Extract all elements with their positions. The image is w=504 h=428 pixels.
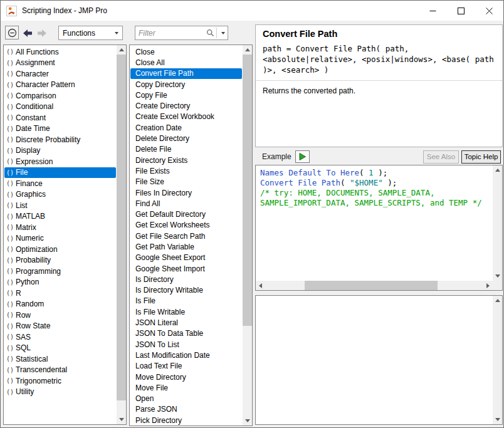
category-item-constant[interactable]: ()Constant: [4, 112, 116, 123]
scrollbar-track[interactable]: [493, 175, 502, 271]
function-item-file-size[interactable]: File Size: [130, 177, 242, 187]
function-item-google-sheet-import[interactable]: Google Sheet Import: [130, 263, 242, 274]
category-item-conditional[interactable]: ()Conditional: [4, 102, 116, 113]
scrollbar-thumb[interactable]: [243, 55, 252, 326]
function-item-move-directory[interactable]: Move Directory: [130, 372, 242, 382]
category-item-row-state[interactable]: ()Row State: [4, 321, 116, 332]
output-scrollbar[interactable]: [493, 296, 502, 424]
function-item-get-file-search-path[interactable]: Get File Search Path: [130, 231, 242, 241]
scrollbar-track[interactable]: [265, 281, 483, 290]
function-item-move-file[interactable]: Move File: [130, 382, 242, 393]
function-item-copy-file[interactable]: Copy File: [130, 90, 242, 100]
function-item-json-literal[interactable]: JSON Literal: [130, 317, 242, 328]
category-item-file[interactable]: ()File: [4, 167, 116, 179]
forward-button[interactable]: [36, 27, 48, 39]
category-item-sql[interactable]: ()SQL: [4, 343, 116, 354]
category-item-display[interactable]: ()Display: [4, 145, 116, 157]
collapse-button[interactable]: [5, 26, 19, 39]
function-item-last-modification-date[interactable]: Last Modification Date: [130, 350, 242, 360]
category-item-random[interactable]: ()Random: [4, 299, 116, 310]
category-item-character-pattern[interactable]: ()Character Pattern: [4, 80, 116, 91]
scrollbar-track[interactable]: [243, 55, 252, 416]
maximize-button[interactable]: [447, 1, 475, 21]
function-item-load-text-file[interactable]: Load Text File: [130, 361, 242, 372]
category-item-optimization[interactable]: ()Optimization: [4, 244, 116, 255]
scrollbar-track[interactable]: [117, 55, 126, 415]
function-item-directory-exists[interactable]: Directory Exists: [130, 155, 242, 165]
category-item-all-functions[interactable]: ()All Functions: [4, 46, 116, 58]
function-item-get-excel-worksheets[interactable]: Get Excel Worksheets: [130, 220, 242, 231]
category-item-row[interactable]: ()Row: [4, 310, 116, 321]
scroll-up-button[interactable]: [117, 45, 126, 55]
scrollbar-track[interactable]: [493, 305, 502, 415]
category-type-dropdown[interactable]: Functions: [58, 26, 123, 40]
back-button[interactable]: [21, 27, 34, 39]
example-output-box[interactable]: [255, 295, 503, 425]
scroll-down-button[interactable]: [117, 415, 126, 424]
scroll-up-button[interactable]: [493, 296, 502, 305]
function-item-convert-file-path[interactable]: Convert File Path: [130, 68, 242, 79]
filter-dropdown-arrow[interactable]: [218, 32, 228, 34]
run-example-button[interactable]: [295, 150, 310, 163]
see-also-button[interactable]: See Also: [423, 150, 459, 164]
function-item-delete-file[interactable]: Delete File: [130, 144, 242, 155]
category-item-probability[interactable]: ()Probability: [4, 255, 116, 266]
category-item-trigonometric[interactable]: ()Trigonometric: [4, 375, 116, 387]
function-item-json-to-data-table[interactable]: JSON To Data Table: [130, 328, 242, 339]
minimize-button[interactable]: [419, 1, 447, 21]
function-item-is-directory[interactable]: Is Directory: [130, 274, 242, 284]
category-item-statistical[interactable]: ()Statistical: [4, 353, 116, 365]
function-item-get-default-directory[interactable]: Get Default Directory: [130, 209, 242, 219]
code-horizontal-scrollbar[interactable]: [256, 281, 493, 290]
category-scrollbar[interactable]: [117, 45, 126, 424]
category-item-matlab[interactable]: ()MATLAB: [4, 211, 116, 222]
function-item-file-exists[interactable]: File Exists: [130, 165, 242, 176]
function-item-copy-directory[interactable]: Copy Directory: [130, 79, 242, 90]
category-item-comparison[interactable]: ()Comparison: [4, 90, 116, 102]
function-item-delete-directory[interactable]: Delete Directory: [130, 133, 242, 144]
scrollbar-thumb[interactable]: [305, 281, 438, 290]
function-item-is-file[interactable]: Is File: [130, 296, 242, 306]
scroll-down-button[interactable]: [493, 415, 502, 424]
category-item-list[interactable]: ()List: [4, 200, 116, 211]
category-item-date-time[interactable]: ()Date Time: [4, 123, 116, 135]
scrollbar-thumb[interactable]: [117, 55, 126, 400]
category-item-matrix[interactable]: ()Matrix: [4, 222, 116, 233]
code-vertical-scrollbar[interactable]: [493, 165, 502, 281]
function-item-files-in-directory[interactable]: Files In Directory: [130, 187, 242, 198]
category-item-r[interactable]: ()R: [4, 288, 116, 299]
scroll-right-button[interactable]: [483, 281, 493, 290]
close-button[interactable]: [475, 1, 503, 21]
function-item-parse-json[interactable]: Parse JSON: [130, 404, 242, 415]
category-item-expression[interactable]: ()Expression: [4, 156, 116, 167]
function-item-get-path-variable[interactable]: Get Path Variable: [130, 241, 242, 252]
function-item-is-file-writable[interactable]: Is File Writable: [130, 306, 242, 317]
function-item-close-all[interactable]: Close All: [130, 57, 242, 68]
category-item-finance[interactable]: ()Finance: [4, 178, 116, 189]
category-item-assignment[interactable]: ()Assignment: [4, 58, 116, 69]
category-item-utility[interactable]: ()Utility: [4, 387, 116, 398]
function-item-create-directory[interactable]: Create Directory: [130, 100, 242, 111]
scroll-left-button[interactable]: [256, 281, 265, 290]
function-item-close[interactable]: Close: [130, 46, 242, 57]
category-item-discrete-probability[interactable]: ()Discrete Probability: [4, 134, 116, 145]
function-item-is-directory-writable[interactable]: Is Directory Writable: [130, 285, 242, 296]
scroll-down-button[interactable]: [243, 416, 252, 425]
function-item-json-to-list[interactable]: JSON To List: [130, 339, 242, 350]
function-item-create-excel-workbook[interactable]: Create Excel Workbook: [130, 112, 242, 122]
function-item-google-sheet-export[interactable]: Google Sheet Export: [130, 253, 242, 263]
category-item-character[interactable]: ()Character: [4, 68, 116, 80]
topic-help-button[interactable]: Topic Help: [461, 150, 501, 164]
function-item-creation-date[interactable]: Creation Date: [130, 122, 242, 133]
category-item-python[interactable]: ()Python: [4, 277, 116, 288]
category-item-numeric[interactable]: ()Numeric: [4, 233, 116, 244]
category-item-programming[interactable]: ()Programming: [4, 266, 116, 277]
scroll-up-button[interactable]: [243, 45, 252, 55]
example-code-box[interactable]: Names Default To Here( 1 );Convert File …: [255, 165, 503, 291]
scroll-up-button[interactable]: [493, 165, 502, 175]
function-item-pick-directory[interactable]: Pick Directory: [130, 415, 242, 425]
category-item-sas[interactable]: ()SAS: [4, 331, 116, 343]
function-item-find-all[interactable]: Find All: [130, 198, 242, 209]
scroll-down-button[interactable]: [493, 271, 502, 281]
function-scrollbar[interactable]: [243, 45, 252, 425]
